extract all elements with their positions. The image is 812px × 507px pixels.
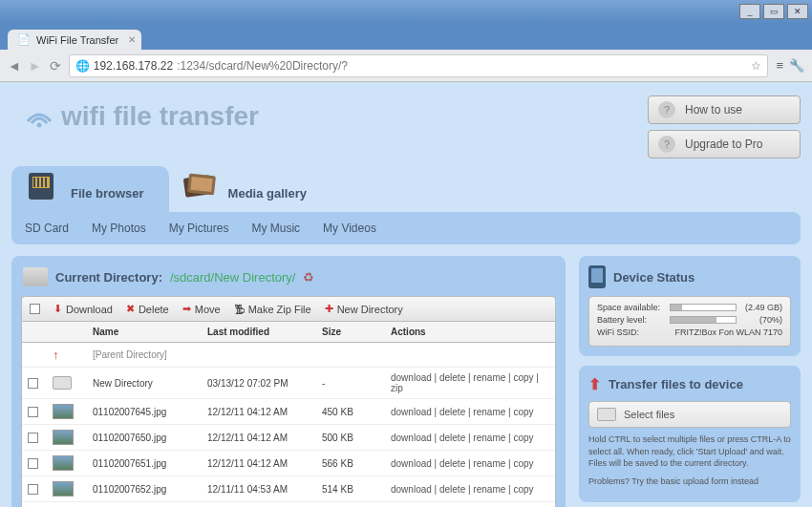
bookmark-icon[interactable]: ☆: [751, 59, 761, 73]
table-header: Name Last modified Size Actions: [21, 322, 556, 343]
file-name: 01102007645.jpg: [93, 407, 207, 417]
row-checkbox[interactable]: [28, 433, 38, 443]
tab-file-browser[interactable]: File browser: [11, 166, 169, 212]
svg-point-0: [37, 123, 42, 128]
table-row[interactable]: 01102007651.jpg12/12/11 04:12 AM566 KBdo…: [22, 451, 555, 476]
newdir-button[interactable]: ✚New Directory: [325, 303, 403, 315]
table-row[interactable]: 01102007653.jpg12/11/11 04:53 AM390 KBdo…: [22, 502, 555, 507]
table-row[interactable]: 01102007645.jpg12/12/11 04:12 AM450 KBdo…: [22, 399, 555, 425]
select-all-checkbox[interactable]: [30, 304, 40, 314]
sdcard-icon: [21, 167, 63, 205]
svg-rect-6: [45, 178, 47, 187]
browser-tabstrip: 📄 WiFi File Transfer ✕: [0, 23, 812, 50]
breadcrumb: Current Directory: /sdcard/New Directory…: [21, 265, 556, 296]
page-body: wifi file transfer ?How to use ?Upgrade …: [0, 82, 812, 507]
svg-rect-4: [37, 178, 39, 187]
select-files-button[interactable]: Select files: [588, 401, 791, 428]
file-name: 01102007650.jpg: [93, 433, 207, 443]
battery-bar: [670, 316, 737, 324]
row-checkbox[interactable]: [28, 378, 38, 389]
close-icon[interactable]: ✕: [128, 34, 136, 45]
upgrade-button[interactable]: ?Upgrade to Pro: [648, 130, 801, 158]
refresh-icon[interactable]: ♻: [303, 270, 314, 285]
wrench-icon[interactable]: 🔧: [789, 58, 804, 73]
url-path: :1234/sdcard/New%20Directory/?: [177, 59, 348, 73]
subnav-item[interactable]: SD Card: [25, 222, 69, 235]
tab-label: Media gallery: [228, 186, 307, 206]
wifi-icon: [25, 104, 53, 129]
table-row[interactable]: 01102007650.jpg12/12/11 04:12 AM500 KBdo…: [22, 425, 555, 451]
parent-label: [Parent Directory]: [93, 349, 207, 360]
transfer-problems-link[interactable]: Problems? Try the basic upload form inst…: [588, 475, 791, 488]
sub-navigation: SD CardMy PhotosMy PicturesMy MusicMy Vi…: [11, 212, 801, 244]
file-lastmod: 12/11/11 04:53 AM: [207, 484, 322, 495]
move-button[interactable]: ➡Move: [182, 303, 221, 315]
file-size: -: [322, 378, 391, 389]
tab-favicon: 📄: [17, 33, 31, 46]
ssid-label: WiFi SSID:: [597, 327, 639, 337]
reload-button[interactable]: ⟳: [50, 58, 61, 74]
row-checkbox[interactable]: [28, 458, 38, 469]
menu-icon[interactable]: ≡: [776, 58, 783, 73]
download-button[interactable]: ⬇Download: [53, 303, 113, 315]
url-host: 192.168.178.22: [94, 59, 173, 73]
subnav-item[interactable]: My Music: [251, 222, 300, 235]
battery-label: Battery level:: [597, 315, 647, 325]
globe-icon: 🌐: [75, 59, 90, 73]
how-to-use-label: How to use: [685, 103, 742, 116]
tab-media-gallery[interactable]: Media gallery: [169, 166, 331, 212]
question-icon: ?: [658, 101, 675, 118]
window-titlebar: _ ▭ ✕: [0, 0, 812, 23]
browser-tab[interactable]: 📄 WiFi File Transfer ✕: [8, 30, 141, 50]
battery-value: (70%): [759, 315, 782, 325]
select-files-label: Select files: [624, 409, 674, 420]
subnav-item[interactable]: My Photos: [92, 222, 146, 235]
col-name[interactable]: Name: [93, 327, 207, 337]
delete-button[interactable]: ✖Delete: [126, 303, 169, 315]
folder-icon: [597, 408, 616, 421]
forward-button[interactable]: ►: [29, 58, 42, 74]
parent-directory-row[interactable]: ↑ [Parent Directory]: [22, 343, 555, 368]
curdir-label: Current Directory:: [55, 270, 162, 285]
file-size: 450 KB: [322, 407, 391, 417]
window-maximize-button[interactable]: ▭: [763, 4, 784, 19]
tab-label: File browser: [71, 186, 144, 206]
device-status-panel: Device Status Space available:(2.49 GB) …: [579, 256, 801, 356]
file-actions[interactable]: download | delete | rename | copy: [391, 458, 549, 469]
app-logo: wifi file transfer: [11, 95, 259, 132]
file-size: 500 KB: [322, 433, 391, 443]
table-row[interactable]: New Directory03/13/12 07:02 PM-download …: [22, 368, 555, 399]
file-actions[interactable]: download | delete | rename | copy: [391, 484, 549, 495]
makezip-button[interactable]: 🗜Make Zip File: [234, 304, 311, 315]
photos-icon: [179, 167, 221, 205]
download-icon: ⬇: [53, 303, 62, 315]
how-to-use-button[interactable]: ?How to use: [648, 95, 801, 124]
table-row[interactable]: 01102007652.jpg12/11/11 04:53 AM514 KBdo…: [22, 476, 555, 502]
file-lastmod: 12/12/11 04:12 AM: [207, 433, 322, 443]
file-lastmod: 12/12/11 04:12 AM: [207, 407, 322, 417]
folder-icon: [53, 376, 72, 390]
col-size[interactable]: Size: [322, 327, 391, 337]
file-actions[interactable]: download | delete | rename | copy: [391, 407, 549, 417]
plus-icon: ✚: [325, 303, 333, 315]
row-checkbox[interactable]: [28, 484, 38, 495]
curdir-path[interactable]: /sdcard/New Directory/: [170, 270, 295, 285]
file-toolbar: ⬇Download ✖Delete ➡Move 🗜Make Zip File ✚…: [21, 296, 556, 322]
image-thumbnail: [53, 481, 74, 496]
file-name: 01102007651.jpg: [93, 458, 207, 469]
row-checkbox[interactable]: [28, 407, 38, 417]
image-thumbnail: [53, 455, 74, 471]
col-lastmod[interactable]: Last modified: [207, 327, 322, 337]
file-actions[interactable]: download | delete | rename | copy: [391, 433, 549, 443]
window-close-button[interactable]: ✕: [787, 4, 808, 19]
device-icon: [588, 265, 606, 288]
window-minimize-button[interactable]: _: [739, 4, 760, 19]
subnav-item[interactable]: My Pictures: [169, 222, 229, 235]
back-button[interactable]: ◄: [8, 58, 21, 74]
space-bar: [670, 304, 737, 311]
file-name: New Directory: [93, 378, 207, 389]
subnav-item[interactable]: My Videos: [323, 222, 376, 235]
file-actions[interactable]: download | delete | rename | copy | zip: [391, 372, 549, 393]
address-bar[interactable]: 🌐 192.168.178.22:1234/sdcard/New%20Direc…: [69, 54, 769, 77]
image-thumbnail: [53, 404, 74, 419]
